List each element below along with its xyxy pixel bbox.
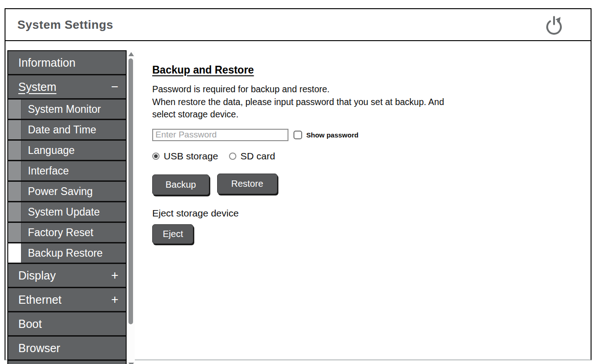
sidebar-item-information[interactable]: Information	[8, 51, 126, 74]
radio-option-sd-card[interactable]: SD card	[229, 151, 275, 162]
sidebar-item-label: Backup Restore	[28, 247, 103, 259]
sidebar-item-label: Interface	[28, 165, 69, 177]
show-password-toggle[interactable]: Show password	[293, 131, 358, 139]
sidebar-item-browser[interactable]: Browser	[8, 337, 126, 359]
scroll-up-arrow[interactable]	[128, 52, 134, 56]
sidebar-item-label: Date and Time	[28, 124, 96, 136]
sidebar-item-label: System Monitor	[28, 103, 101, 116]
sidebar: InformationSystem−System MonitorDate and…	[7, 50, 127, 364]
sidebar-item-system-monitor[interactable]: System Monitor	[8, 100, 126, 119]
show-password-label: Show password	[306, 131, 358, 139]
sidebar-item-ethernet[interactable]: Ethernet+	[8, 288, 126, 311]
radio-option-label: SD card	[240, 151, 275, 162]
sidebar-item-boot[interactable]: Boot	[8, 312, 126, 335]
expand-icon[interactable]: +	[111, 269, 118, 283]
item-indicator	[8, 120, 21, 139]
sidebar-item-label: System Update	[28, 206, 100, 218]
sidebar-item-label: Information	[8, 56, 75, 69]
backup-button[interactable]: Backup	[152, 174, 209, 195]
restore-button[interactable]: Restore	[217, 174, 277, 194]
scrollbar-thumb[interactable]	[128, 58, 133, 324]
sidebar-item-label: Display	[8, 269, 56, 282]
sidebar-item-language[interactable]: Language	[8, 141, 126, 160]
section-heading: Backup and Restore	[152, 64, 564, 76]
show-password-checkbox[interactable]	[293, 131, 302, 139]
sidebar-item-system[interactable]: System−	[8, 75, 126, 98]
sidebar-item-system-update[interactable]: System Update	[8, 202, 126, 222]
expand-icon[interactable]: +	[111, 293, 118, 307]
sidebar-item-label: Browser	[8, 342, 60, 355]
item-indicator	[8, 223, 21, 242]
power-button[interactable]	[543, 15, 565, 37]
radio-option-usb-storage[interactable]: USB storage	[152, 151, 218, 162]
item-indicator	[8, 202, 21, 222]
password-input[interactable]	[152, 129, 288, 141]
storage-options: USB storageSD card	[152, 151, 564, 162]
selected-indicator	[8, 243, 21, 263]
password-row: Show password	[152, 129, 564, 141]
sidebar-item-label: Ethernet	[8, 293, 62, 306]
item-indicator	[8, 161, 21, 180]
sidebar-item-interface[interactable]: Interface	[8, 161, 126, 180]
item-indicator	[8, 141, 21, 160]
title-bar: System Settings	[5, 9, 591, 41]
sidebar-item-label: Power Saving	[28, 185, 93, 198]
sidebar-item-label: Factory Reset	[28, 227, 93, 239]
radio-unselected-icon[interactable]	[229, 153, 236, 160]
sidebar-item-display[interactable]: Display+	[8, 264, 126, 287]
sidebar-scrollbar[interactable]	[127, 51, 135, 364]
sidebar-item-factory-reset[interactable]: Factory Reset	[8, 223, 126, 242]
eject-storage-label: Eject storage device	[152, 208, 564, 219]
radio-selected-icon[interactable]	[152, 153, 160, 160]
page-title: System Settings	[5, 18, 113, 32]
power-icon	[543, 15, 565, 37]
sidebar-item-date-and-time[interactable]: Date and Time	[8, 120, 126, 139]
section-description: Password is required for backup and rest…	[152, 83, 564, 121]
sidebar-item-power-saving[interactable]: Power Saving	[8, 182, 126, 201]
sidebar-item-label: S	[8, 361, 26, 364]
backup-restore-buttons: Backup Restore	[152, 174, 564, 195]
sidebar-item-label: Boot	[8, 317, 42, 331]
main-content: Backup and Restore Password is required …	[152, 50, 564, 244]
item-indicator	[8, 182, 21, 201]
collapse-icon[interactable]: −	[111, 80, 118, 94]
sidebar-item-label: System	[8, 80, 56, 94]
eject-button[interactable]: Eject	[152, 224, 193, 244]
item-indicator	[8, 100, 21, 119]
sidebar-item-label: Language	[28, 144, 75, 157]
radio-option-label: USB storage	[164, 151, 218, 162]
sidebar-item-backup-restore[interactable]: Backup Restore	[8, 243, 126, 263]
sidebar-item-s-partial[interactable]: S	[8, 361, 126, 364]
app-window: System Settings InformationSystem−System…	[5, 8, 592, 360]
